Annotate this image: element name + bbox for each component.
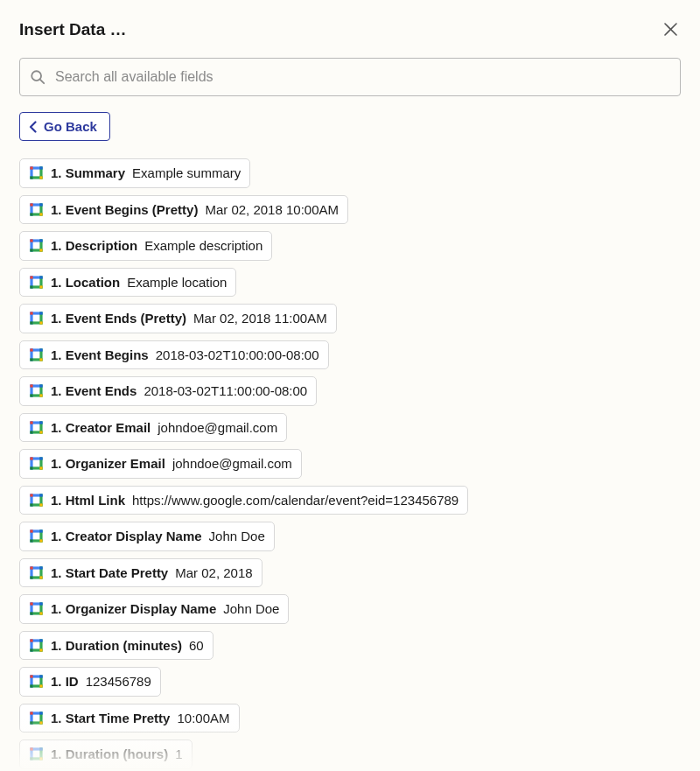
close-icon — [664, 20, 677, 39]
field-label: 1. Description — [51, 237, 137, 255]
field-item[interactable]: 1. Creator Display NameJohn Doe — [19, 522, 275, 551]
svg-rect-9 — [30, 177, 32, 179]
svg-rect-37 — [39, 276, 42, 278]
field-label: 1. Html Link — [51, 492, 125, 509]
search-container — [19, 58, 681, 96]
svg-rect-100 — [39, 530, 42, 533]
svg-rect-38 — [39, 285, 42, 288]
field-label: 1. Event Ends — [51, 382, 136, 400]
google-calendar-icon — [29, 493, 44, 508]
svg-rect-73 — [39, 421, 42, 424]
field-value: Mar 02, 2018 10:00AM — [205, 201, 339, 219]
svg-rect-56 — [39, 358, 42, 361]
field-item[interactable]: 1. Event Ends2018-03-02T11:00:00-08:00 — [19, 376, 317, 406]
field-item[interactable]: 1. LocationExample location — [19, 268, 236, 298]
field-value: Example description — [144, 237, 262, 255]
field-value: Example location — [127, 274, 227, 291]
svg-rect-156 — [30, 748, 32, 751]
field-item[interactable]: 1. Html Linkhttps://www.google.com/calen… — [19, 486, 468, 515]
field-value: 60 — [189, 637, 204, 655]
field-label: 1. Event Begins — [51, 347, 149, 364]
svg-rect-153 — [30, 758, 32, 760]
svg-rect-99 — [30, 540, 32, 543]
svg-rect-27 — [30, 249, 32, 252]
svg-rect-129 — [30, 639, 32, 641]
google-calendar-icon — [29, 383, 44, 398]
svg-rect-136 — [39, 676, 42, 678]
svg-rect-120 — [30, 603, 32, 606]
svg-rect-91 — [39, 494, 42, 496]
search-icon — [30, 69, 46, 85]
svg-rect-92 — [39, 503, 42, 506]
svg-rect-65 — [39, 395, 42, 397]
field-item[interactable]: 1. Duration (hours)1 — [19, 739, 192, 769]
field-value: John Doe — [223, 600, 279, 618]
svg-rect-144 — [30, 721, 32, 724]
close-button[interactable] — [661, 18, 681, 42]
svg-rect-46 — [39, 312, 42, 315]
svg-rect-29 — [39, 249, 42, 252]
google-calendar-icon — [29, 674, 44, 689]
go-back-button[interactable]: Go Back — [19, 112, 110, 141]
svg-rect-111 — [30, 566, 32, 569]
field-label: 1. Summary — [51, 165, 125, 182]
svg-rect-93 — [30, 494, 32, 496]
google-calendar-icon — [29, 601, 44, 616]
google-calendar-icon — [29, 638, 44, 653]
svg-rect-83 — [39, 467, 42, 470]
field-label: 1. Start Date Pretty — [51, 564, 168, 582]
google-calendar-icon — [29, 202, 44, 217]
search-input[interactable] — [19, 58, 681, 96]
field-label: 1. Organizer Display Name — [51, 600, 216, 618]
svg-rect-146 — [39, 721, 42, 724]
insert-data-modal: Insert Data … Go Back 1. SummaryExample … — [0, 0, 700, 771]
google-calendar-icon — [29, 529, 44, 543]
field-item[interactable]: 1. Start Time Pretty10:00AM — [19, 704, 240, 733]
field-value: 123456789 — [86, 673, 151, 690]
google-calendar-icon — [29, 456, 44, 471]
field-value: 2018-03-02T11:00:00-08:00 — [144, 382, 307, 400]
chevron-left-icon — [29, 121, 37, 133]
field-item[interactable]: 1. Organizer Emailjohndoe@gmail.com — [19, 449, 302, 479]
svg-rect-147 — [30, 711, 32, 714]
field-item[interactable]: 1. Creator Emailjohndoe@gmail.com — [19, 413, 287, 443]
field-label: 1. Organizer Email — [51, 455, 165, 473]
field-item[interactable]: 1. Organizer Display NameJohn Doe — [19, 594, 289, 624]
svg-rect-109 — [39, 566, 42, 569]
svg-rect-36 — [30, 285, 32, 288]
field-item[interactable]: 1. Duration (minutes)60 — [19, 631, 214, 661]
field-list: 1. SummaryExample summary1. Event Begins… — [19, 158, 681, 771]
field-value: Example summary — [132, 165, 241, 182]
field-value: https://www.google.com/calendar/event?ei… — [132, 492, 458, 509]
field-item[interactable]: 1. ID123456789 — [19, 667, 161, 697]
field-item[interactable]: 1. Event Begins (Pretty)Mar 02, 2018 10:… — [19, 195, 348, 225]
svg-rect-128 — [39, 648, 42, 651]
svg-rect-126 — [30, 648, 32, 651]
field-item[interactable]: 1. Event Begins2018-03-02T10:00:00-08:00 — [19, 340, 329, 370]
svg-rect-12 — [30, 167, 32, 170]
svg-rect-11 — [39, 177, 42, 179]
field-value: johndoe@gmail.com — [172, 455, 292, 473]
field-item[interactable]: 1. DescriptionExample description — [19, 231, 272, 261]
svg-rect-55 — [39, 348, 42, 351]
svg-rect-138 — [30, 676, 32, 678]
field-value: 1 — [175, 746, 182, 763]
google-calendar-icon — [29, 565, 44, 580]
svg-rect-47 — [39, 322, 42, 325]
svg-rect-63 — [30, 395, 32, 397]
field-item[interactable]: 1. Event Ends (Pretty)Mar 02, 2018 11:00… — [19, 304, 337, 333]
svg-rect-102 — [30, 530, 32, 533]
svg-rect-28 — [39, 240, 42, 242]
field-label: 1. Creator Display Name — [51, 528, 202, 545]
field-label: 1. Duration (minutes) — [51, 637, 182, 655]
field-value: Mar 02, 2018 — [175, 564, 252, 582]
svg-rect-74 — [39, 431, 42, 433]
svg-rect-20 — [39, 213, 42, 215]
field-item[interactable]: 1. Start Date PrettyMar 02, 2018 — [19, 558, 262, 588]
svg-rect-155 — [39, 758, 42, 760]
svg-rect-118 — [39, 603, 42, 606]
field-item[interactable]: 1. SummaryExample summary — [19, 158, 250, 188]
svg-rect-54 — [30, 358, 32, 361]
field-label: 1. Location — [51, 274, 120, 291]
svg-rect-119 — [39, 613, 42, 615]
